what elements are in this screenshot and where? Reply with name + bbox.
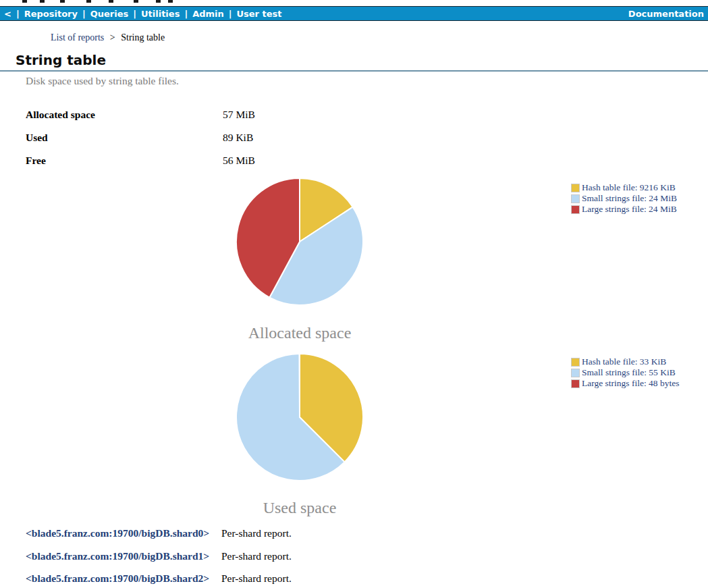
legend-label: Hash table file: 9216 KiB <box>582 182 676 193</box>
nav-left-group: < | Repository | Queries | Utilities | A… <box>4 9 282 19</box>
nav-item-queries[interactable]: Queries <box>90 9 129 19</box>
summary-value: 89 KiB <box>223 132 253 144</box>
legend-item: Hash table file: 33 KiB <box>571 356 707 367</box>
heading-block: String table <box>0 53 708 72</box>
summary-label: Used <box>26 132 48 144</box>
summary-label: Allocated space <box>26 109 95 121</box>
shard-row-2: <blade5.franz.com:19700/bigDB.shard2> Pe… <box>0 572 708 586</box>
summary-row-used: Used 89 KiB <box>0 132 708 145</box>
pie-caption-used-space: Used space <box>198 499 401 517</box>
shard-report-text: Per-shard report. <box>221 550 292 562</box>
legend-item: Large strings file: 48 bytes <box>571 378 707 389</box>
shard-row-1: <blade5.franz.com:19700/bigDB.shard1> Pe… <box>0 550 708 564</box>
page-title: String table <box>16 53 708 68</box>
legend-label: Hash table file: 33 KiB <box>582 356 666 367</box>
breadcrumb: List of reports > String table <box>51 32 165 43</box>
page-subtitle: Disk space used by string table files. <box>26 75 179 87</box>
legend-allocated-space: Hash table file: 9216 KiB Small strings … <box>571 182 707 215</box>
summary-label: Free <box>26 155 46 167</box>
legend-item: Small strings file: 55 KiB <box>571 367 707 378</box>
shard-link-2[interactable]: <blade5.franz.com:19700/bigDB.shard2> <box>26 572 209 585</box>
nav-item-repository[interactable]: Repository <box>24 9 78 19</box>
summary-row-free: Free 56 MiB <box>0 155 708 168</box>
summary-row-allocated-space: Allocated space 57 MiB <box>0 109 708 122</box>
pie-chart-used-space <box>232 350 367 485</box>
shard-report-text: Per-shard report. <box>221 572 292 585</box>
summary-value: 57 MiB <box>223 109 255 121</box>
nav-separator: | <box>184 9 188 19</box>
nav-separator: | <box>82 9 86 19</box>
nav-item-admin[interactable]: Admin <box>192 9 224 19</box>
breadcrumb-link-list-of-reports[interactable]: List of reports <box>51 32 104 43</box>
summary-value: 56 MiB <box>223 155 255 167</box>
shard-row-0: <blade5.franz.com:19700/bigDB.shard0> Pe… <box>0 527 708 541</box>
legend-label: Large strings file: 24 MiB <box>582 204 677 215</box>
shard-report-text: Per-shard report. <box>221 527 292 539</box>
nav-separator: | <box>16 9 20 19</box>
legend-item: Large strings file: 24 MiB <box>571 204 707 215</box>
nav-separator: | <box>133 9 136 19</box>
nav-item-user-test[interactable]: User test <box>237 9 282 19</box>
nav-item-utilities[interactable]: Utilities <box>141 9 180 19</box>
legend-label: Large strings file: 48 bytes <box>582 378 679 389</box>
pie-caption-allocated-space: Allocated space <box>198 324 401 342</box>
nav-item-documentation[interactable]: Documentation <box>628 9 704 19</box>
breadcrumb-separator: > <box>110 32 115 43</box>
nav-back-button[interactable]: < <box>4 9 11 19</box>
legend-swatch-large-strings <box>571 205 580 214</box>
legend-item: Small strings file: 24 MiB <box>571 193 707 204</box>
pie-chart-allocated-space <box>232 174 367 309</box>
legend-swatch-small-strings <box>571 369 580 377</box>
legend-item: Hash table file: 9216 KiB <box>571 182 707 193</box>
legend-swatch-hash-table <box>571 184 580 192</box>
shard-link-1[interactable]: <blade5.franz.com:19700/bigDB.shard1> <box>26 550 209 562</box>
breadcrumb-current: String table <box>121 32 165 43</box>
legend-swatch-small-strings <box>571 194 580 203</box>
top-navigation-bar: < | Repository | Queries | Utilities | A… <box>0 6 708 21</box>
legend-swatch-hash-table <box>571 358 580 367</box>
legend-used-space: Hash table file: 33 KiB Small strings fi… <box>571 356 707 389</box>
legend-label: Small strings file: 55 KiB <box>582 367 676 378</box>
nav-separator: | <box>229 9 232 19</box>
legend-label: Small strings file: 24 MiB <box>582 193 677 204</box>
shard-link-0[interactable]: <blade5.franz.com:19700/bigDB.shard0> <box>26 527 209 539</box>
clipped-text-fragment <box>22 0 27 3</box>
legend-swatch-large-strings <box>571 379 580 388</box>
